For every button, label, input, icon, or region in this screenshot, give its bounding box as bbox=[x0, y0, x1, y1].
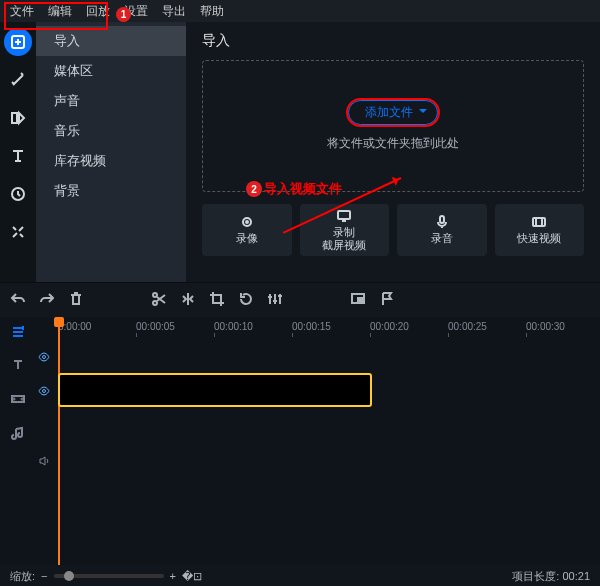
add-track-icon bbox=[11, 324, 25, 338]
track-row-text[interactable] bbox=[36, 343, 600, 373]
transition-icon bbox=[10, 110, 26, 126]
track-row-audio[interactable] bbox=[36, 447, 600, 477]
card-label: 快速视频 bbox=[517, 232, 561, 245]
svg-rect-6 bbox=[440, 216, 444, 223]
redo-icon bbox=[39, 291, 54, 306]
rotate-button[interactable] bbox=[238, 291, 253, 309]
split-icon bbox=[180, 291, 195, 306]
card-record[interactable]: 录像 bbox=[202, 204, 292, 256]
ruler-tick: 00:00:05 bbox=[136, 321, 175, 332]
menubar: 文件 编辑 回放 设置 导出 帮助 bbox=[0, 0, 600, 22]
undo-icon bbox=[10, 291, 25, 306]
rail-time[interactable] bbox=[4, 180, 32, 208]
svg-rect-5 bbox=[338, 211, 350, 219]
card-label: 录像 bbox=[236, 232, 258, 245]
zoom-out[interactable]: − bbox=[41, 570, 47, 582]
track-audio[interactable] bbox=[6, 421, 30, 445]
film-icon bbox=[531, 214, 547, 230]
side-item-background[interactable]: 背景 bbox=[36, 176, 186, 206]
annotation-badge-2: 2 bbox=[246, 181, 262, 197]
crop-button[interactable] bbox=[209, 291, 224, 309]
status-bar: 缩放: − + �⊡ 项目长度: 00:21 bbox=[0, 565, 600, 586]
split-button[interactable] bbox=[180, 291, 195, 309]
rail-more[interactable] bbox=[4, 218, 32, 246]
track-video[interactable] bbox=[6, 387, 30, 411]
menu-playback[interactable]: 回放 bbox=[80, 1, 116, 22]
zoom-fit[interactable]: �⊡ bbox=[182, 570, 202, 583]
rail-transitions[interactable] bbox=[4, 104, 32, 132]
video-track-icon bbox=[11, 392, 25, 406]
zoom-slider[interactable] bbox=[54, 574, 164, 578]
menu-file[interactable]: 文件 bbox=[4, 1, 40, 22]
track-rail bbox=[0, 317, 36, 565]
flag-icon bbox=[379, 291, 394, 306]
zoom-control: 缩放: − + �⊡ bbox=[10, 569, 202, 584]
ruler-tick: 00:00:15 bbox=[292, 321, 331, 332]
marker-button[interactable] bbox=[379, 291, 394, 309]
rail-effects[interactable] bbox=[4, 66, 32, 94]
text-track-icon bbox=[11, 358, 25, 372]
cut-button[interactable] bbox=[151, 291, 166, 309]
menu-edit[interactable]: 编辑 bbox=[42, 1, 78, 22]
tracks-area[interactable]: 0:00:00 00:00:05 00:00:10 00:00:15 00:00… bbox=[36, 317, 600, 565]
annotation-2: 2 导入视频文件 bbox=[246, 180, 342, 198]
trash-icon bbox=[68, 291, 83, 306]
selected-clip[interactable] bbox=[58, 373, 372, 407]
drop-hint: 将文件或文件夹拖到此处 bbox=[327, 135, 459, 152]
add-files-button[interactable]: 添加文件 bbox=[348, 100, 438, 125]
delete-button[interactable] bbox=[68, 291, 83, 309]
time-ruler[interactable]: 0:00:00 00:00:05 00:00:10 00:00:15 00:00… bbox=[36, 317, 600, 339]
timeline: 0:00:00 00:00:05 00:00:10 00:00:15 00:00… bbox=[0, 317, 600, 565]
plus-box-icon bbox=[10, 34, 26, 50]
svg-rect-11 bbox=[358, 298, 363, 302]
side-item-media[interactable]: 媒体区 bbox=[36, 56, 186, 86]
svg-point-4 bbox=[246, 221, 248, 223]
svg-point-9 bbox=[153, 293, 157, 297]
zoom-knob[interactable] bbox=[64, 571, 74, 581]
drop-zone[interactable]: 添加文件 将文件或文件夹拖到此处 bbox=[202, 60, 584, 192]
side-item-sound[interactable]: 声音 bbox=[36, 86, 186, 116]
side-item-stockvideo[interactable]: 库存视频 bbox=[36, 146, 186, 176]
rail-text[interactable] bbox=[4, 142, 32, 170]
zoom-in[interactable]: + bbox=[170, 570, 176, 582]
zoom-label: 缩放: bbox=[10, 569, 35, 584]
track-add[interactable] bbox=[6, 319, 30, 343]
undo-button[interactable] bbox=[10, 291, 25, 309]
svg-point-16 bbox=[43, 390, 46, 393]
ruler-tick: 00:00:10 bbox=[214, 321, 253, 332]
visibility-toggle[interactable] bbox=[38, 385, 50, 400]
length-value: 00:21 bbox=[562, 570, 590, 582]
svg-point-13 bbox=[14, 399, 15, 400]
side-item-import[interactable]: 导入 bbox=[36, 26, 186, 56]
monitor-icon bbox=[336, 208, 352, 224]
camera-icon bbox=[239, 214, 255, 230]
rail-import[interactable] bbox=[4, 28, 32, 56]
svg-point-15 bbox=[43, 356, 46, 359]
panel-title: 导入 bbox=[202, 32, 584, 50]
text-icon bbox=[10, 148, 26, 164]
card-quick[interactable]: 快速视频 bbox=[495, 204, 585, 256]
visibility-toggle[interactable] bbox=[38, 351, 50, 366]
svg-rect-7 bbox=[533, 218, 545, 226]
card-label: 录音 bbox=[431, 232, 453, 245]
audio-track-icon bbox=[11, 426, 25, 440]
card-screencap[interactable]: 录制 截屏视频 bbox=[300, 204, 390, 256]
svg-rect-1 bbox=[12, 113, 17, 123]
adjust-button[interactable] bbox=[267, 291, 282, 309]
svg-point-14 bbox=[22, 399, 23, 400]
project-length: 项目长度: 00:21 bbox=[512, 569, 590, 584]
track-text[interactable] bbox=[6, 353, 30, 377]
card-audio[interactable]: 录音 bbox=[397, 204, 487, 256]
clock-icon bbox=[10, 186, 26, 202]
ruler-tick: 00:00:30 bbox=[526, 321, 565, 332]
mute-toggle[interactable] bbox=[38, 455, 50, 470]
overlay-button[interactable] bbox=[350, 291, 365, 309]
annotation-text-2: 导入视频文件 bbox=[264, 180, 342, 198]
main-panel: 导入 添加文件 将文件或文件夹拖到此处 2 导入视频文件 录像 录制 截屏视频 bbox=[186, 22, 600, 282]
menu-export[interactable]: 导出 bbox=[156, 1, 192, 22]
eye-icon bbox=[38, 351, 50, 363]
side-item-music[interactable]: 音乐 bbox=[36, 116, 186, 146]
redo-button[interactable] bbox=[39, 291, 54, 309]
tool-rail bbox=[0, 22, 36, 282]
menu-help[interactable]: 帮助 bbox=[194, 1, 230, 22]
